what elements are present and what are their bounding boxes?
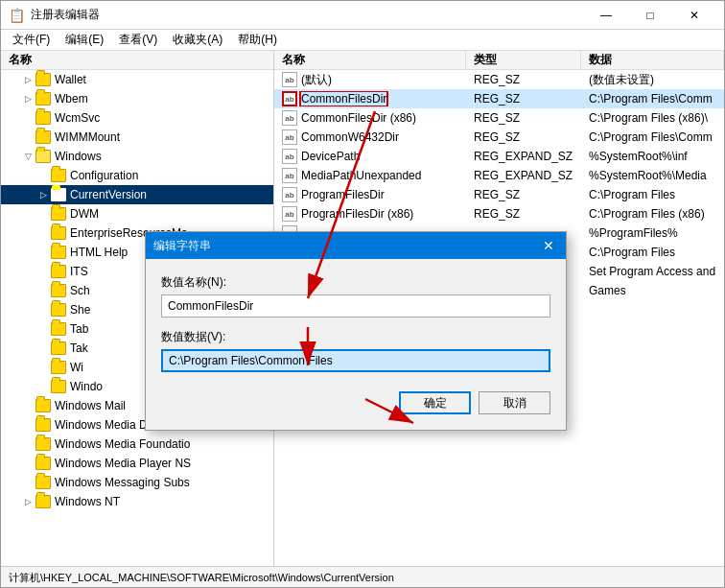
dialog-body: 数值名称(N): 数值数据(V): 确定 取消 (146, 259, 566, 430)
dialog-overlay: 编辑字符串 ✕ 数值名称(N): 数值数据(V): 确定 取消 (1, 1, 724, 587)
dialog-title-bar: 编辑字符串 ✕ (146, 232, 566, 259)
edit-string-dialog: 编辑字符串 ✕ 数值名称(N): 数值数据(V): 确定 取消 (145, 231, 567, 431)
dialog-data-input[interactable] (161, 349, 550, 372)
dialog-name-input[interactable] (161, 294, 550, 318)
dialog-ok-button[interactable]: 确定 (399, 391, 471, 414)
dialog-title-text: 编辑字符串 (153, 238, 211, 254)
dialog-close-button[interactable]: ✕ (539, 236, 558, 255)
dialog-name-label: 数值名称(N): (161, 274, 550, 291)
dialog-buttons: 确定 取消 (161, 391, 550, 414)
dialog-cancel-button[interactable]: 取消 (479, 391, 550, 414)
app-window: 📋 注册表编辑器 — □ ✕ 文件(F) 编辑(E) 查看(V) 收藏夹(A) … (0, 0, 725, 588)
dialog-data-label: 数值数据(V): (161, 329, 550, 345)
